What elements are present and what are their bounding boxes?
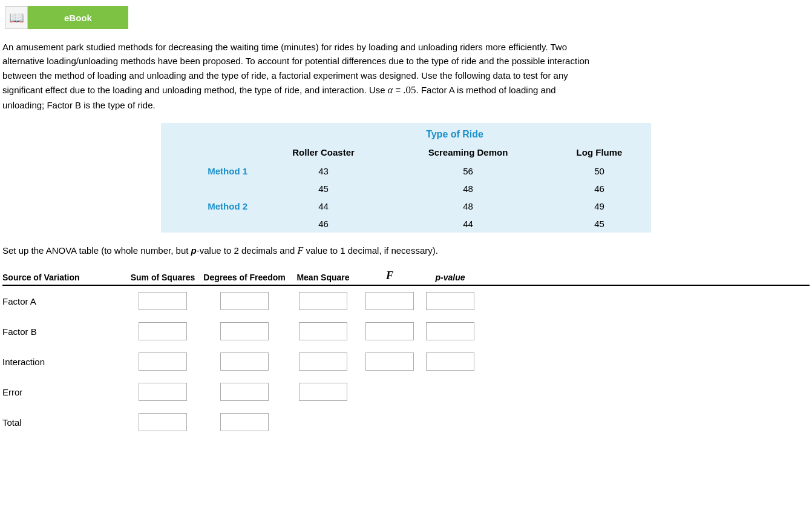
anova-header-row: Source of Variation Sum of Squares Degre… — [2, 270, 810, 286]
error-ms-input[interactable] — [299, 383, 347, 401]
factor-a-p-input[interactable] — [426, 292, 474, 310]
data-table: Type of Ride Roller Coaster Screaming De… — [161, 123, 651, 233]
cell-m1-sd-1: 56 — [388, 162, 548, 180]
equals-sign: = — [393, 85, 403, 95]
anova-row-total: Total — [2, 407, 810, 437]
table-row: 46 44 45 — [161, 215, 651, 233]
data-table-wrapper: Type of Ride Roller Coaster Screaming De… — [161, 123, 651, 233]
total-df-cell — [202, 413, 287, 431]
factor-b-ss-input[interactable] — [139, 322, 187, 340]
total-ss-cell — [123, 413, 202, 431]
cell-m1-lf-2: 46 — [548, 180, 651, 197]
factor-a-f-cell — [359, 292, 420, 310]
factor-b-ms-input[interactable] — [299, 322, 347, 340]
cell-m1-rc-2: 45 — [258, 180, 388, 197]
interaction-df-cell — [202, 352, 287, 371]
method1-label: Method 1 — [161, 162, 258, 180]
alpha-symbol: α — [388, 85, 393, 95]
intro-text-line6: unloading; Factor B is the type of ride. — [2, 100, 156, 110]
cell-m2-lf-1: 49 — [548, 197, 651, 215]
col-roller-coaster: Roller Coaster — [258, 142, 388, 162]
factor-b-df-cell — [202, 322, 287, 340]
factor-b-df-input[interactable] — [220, 322, 269, 340]
cell-m2-rc-1: 44 — [258, 197, 388, 215]
cell-m2-rc-2: 46 — [258, 215, 388, 233]
error-ss-cell — [123, 383, 202, 401]
intro-text-line4: significant effect due to the loading an… — [2, 85, 385, 95]
book-icon: 📖 — [9, 10, 24, 25]
factor-a-p-cell — [420, 292, 480, 310]
factor-a-df-input[interactable] — [220, 292, 269, 310]
factor-a-f-input[interactable] — [365, 292, 414, 310]
anova-instr-text2: -value to 2 decimals and — [197, 245, 295, 256]
error-df-input[interactable] — [220, 383, 269, 401]
method2-label: Method 2 — [161, 197, 258, 215]
anova-col-df-header: Degrees of Freedom — [202, 273, 287, 282]
anova-col-source-header: Source of Variation — [2, 273, 123, 282]
anova-row-factor-b: Factor B — [2, 316, 810, 346]
cell-m2-lf-2: 45 — [548, 215, 651, 233]
error-ms-cell — [287, 383, 359, 401]
method2-label-empty — [161, 215, 258, 233]
cell-m1-lf-1: 50 — [548, 162, 651, 180]
cell-m1-rc-1: 43 — [258, 162, 388, 180]
col-log-flume: Log Flume — [548, 142, 651, 162]
ebook-bar: 📖 eBook — [0, 6, 812, 29]
anova-instr-p: p — [191, 245, 197, 256]
intro-text-line1: An amusement park studied methods for de… — [2, 42, 567, 52]
factor-b-p-cell — [420, 322, 480, 340]
factor-a-df-cell — [202, 292, 287, 310]
interaction-label: Interaction — [2, 357, 123, 367]
anova-instruction: Set up the ANOVA table (to whole number,… — [0, 243, 812, 259]
factor-b-p-input[interactable] — [426, 322, 474, 340]
anova-instr-F: F — [298, 245, 304, 256]
anova-col-f-header: F — [359, 270, 420, 282]
col-screaming-demon: Screaming Demon — [388, 142, 548, 162]
error-ss-input[interactable] — [139, 383, 187, 401]
interaction-p-input[interactable] — [426, 352, 474, 371]
anova-instr-text1: Set up the ANOVA table (to whole number,… — [2, 245, 188, 256]
factor-a-ms-cell — [287, 292, 359, 310]
table-row: Method 2 44 48 49 — [161, 197, 651, 215]
anova-row-error: Error — [2, 377, 810, 407]
cell-m1-sd-2: 48 — [388, 180, 548, 197]
error-df-cell — [202, 383, 287, 401]
ebook-button[interactable]: eBook — [28, 6, 128, 29]
factor-a-label: Factor A — [2, 296, 123, 306]
anova-col-ss-header: Sum of Squares — [123, 273, 202, 282]
factor-a-ss-input[interactable] — [139, 292, 187, 310]
anova-instr-text3: value to 1 decimal, if necessary). — [306, 245, 437, 256]
interaction-ms-input[interactable] — [299, 352, 347, 371]
ebook-icon: 📖 — [5, 6, 28, 29]
total-ss-input[interactable] — [139, 413, 187, 431]
table-row: 45 48 46 — [161, 180, 651, 197]
factor-a-ss-cell — [123, 292, 202, 310]
anova-row-interaction: Interaction — [2, 346, 810, 377]
table-row: Method 1 43 56 50 — [161, 162, 651, 180]
interaction-p-cell — [420, 352, 480, 371]
interaction-ms-cell — [287, 352, 359, 371]
anova-col-p-header: p-value — [420, 273, 480, 282]
factor-b-f-input[interactable] — [365, 322, 414, 340]
interaction-ss-input[interactable] — [139, 352, 187, 371]
total-df-input[interactable] — [220, 413, 269, 431]
anova-row-factor-a: Factor A — [2, 286, 810, 316]
intro-text-line2: alternative loading/unloading methods ha… — [2, 56, 589, 66]
total-label: Total — [2, 417, 123, 428]
interaction-f-input[interactable] — [365, 352, 414, 371]
alpha-value: .05 — [403, 84, 416, 96]
cell-m2-sd-2: 44 — [388, 215, 548, 233]
interaction-f-cell — [359, 352, 420, 371]
factor-b-ss-cell — [123, 322, 202, 340]
intro-text-line5: . Factor A is method of loading and — [416, 85, 556, 95]
interaction-df-input[interactable] — [220, 352, 269, 371]
factor-b-f-cell — [359, 322, 420, 340]
factor-a-ms-input[interactable] — [299, 292, 347, 310]
intro-paragraph: An amusement park studied methods for de… — [0, 40, 812, 112]
method1-label-empty — [161, 180, 258, 197]
interaction-ss-cell — [123, 352, 202, 371]
anova-table-wrapper: Source of Variation Sum of Squares Degre… — [0, 270, 812, 437]
anova-col-ms-header: Mean Square — [287, 273, 359, 282]
type-of-ride-header: Type of Ride — [258, 123, 651, 142]
cell-m2-sd-1: 48 — [388, 197, 548, 215]
